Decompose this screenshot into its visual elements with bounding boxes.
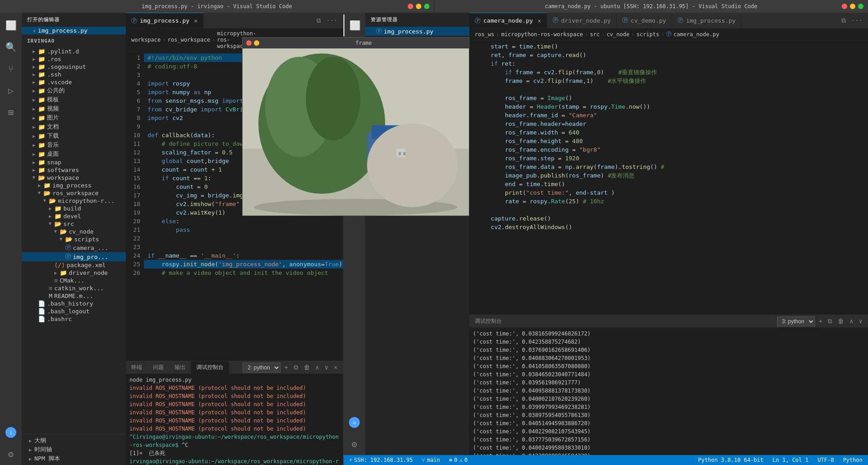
tree-desktop[interactable]: ▶📁 桌面 <box>22 149 126 158</box>
right-tab-camera[interactable]: Ⓟ camera_node.py × <box>469 13 547 29</box>
tree-package-xml[interactable]: ⟨/⟩ package.xml <box>22 261 126 269</box>
tree-driver-node[interactable]: ▶📁 driver_node <box>22 269 126 277</box>
left-terminal-select[interactable]: 2: python <box>243 363 281 373</box>
tree-ssh[interactable]: ▶📁 .ssh <box>22 71 126 78</box>
tree-bash-logout[interactable]: 📄 .bash_logout <box>22 307 126 315</box>
left-term-split-btn[interactable]: ⧉ <box>292 363 300 373</box>
left-tab-close[interactable]: × <box>194 17 198 24</box>
tree-vscode[interactable]: ▶📁 .vscode <box>22 78 126 86</box>
right-tab-camera-close[interactable]: × <box>538 17 541 24</box>
right-activity-explorer[interactable]: ⬜ <box>343 14 365 36</box>
tree-src[interactable]: ▶📂 src <box>22 220 126 228</box>
rbc-scripts[interactable]: scripts <box>636 31 659 38</box>
left-term-tab-debug[interactable]: 调试控制台 <box>191 361 229 374</box>
right-tab-img-process[interactable]: Ⓟ img_process.py <box>672 13 742 29</box>
activity-explorer[interactable]: ⬜ <box>0 14 22 36</box>
tree-pylint[interactable]: ▶📁 .pylint.d <box>22 48 126 55</box>
tree-snap[interactable]: ▶📁 snap <box>22 158 126 166</box>
left-close-btn[interactable] <box>408 4 413 9</box>
rbc-ros-ws[interactable]: ros_ws <box>475 31 494 38</box>
right-terminal-select[interactable]: 3: python <box>777 316 815 326</box>
bc-ros-workspace[interactable]: ros_workspace <box>167 37 210 43</box>
left-term-add-btn[interactable]: + <box>282 363 290 373</box>
left-min-btn[interactable] <box>416 4 421 9</box>
tree-devel[interactable]: ▶📁 devel <box>22 212 126 220</box>
left-term-trash-btn[interactable]: 🗑 <box>302 363 312 373</box>
right-min-btn[interactable] <box>850 4 855 9</box>
right-term-up-btn[interactable]: ∧ <box>848 316 855 326</box>
left-terminal-content[interactable]: node img_process.py invalid ROS_HOSTNAME… <box>126 374 343 465</box>
activity-extensions[interactable]: ⊞ <box>0 101 22 123</box>
right-split-btn[interactable]: ⧉ <box>839 15 848 26</box>
rs-img-process[interactable]: Ⓟ img_process.py <box>365 27 469 36</box>
bc-workspace[interactable]: workspace <box>131 37 161 43</box>
rbc-cv-node[interactable]: cv_node <box>606 31 630 38</box>
right-terminal-content[interactable]: ('cost time:', 0.038165099246826172) ('c… <box>469 328 868 455</box>
tree-cv-node[interactable]: ▶📂 cv_node <box>22 228 126 235</box>
frame-close-btn[interactable] <box>246 40 252 46</box>
tree-ros[interactable]: ▶📁 .ros <box>22 55 126 63</box>
right-max-btn[interactable] <box>858 4 863 9</box>
tree-docs[interactable]: ▶📁 文档 <box>22 122 126 131</box>
right-activity-account[interactable]: u <box>343 412 365 433</box>
right-term-down-btn[interactable]: ∨ <box>857 316 864 326</box>
activity-search[interactable]: 🔍 <box>0 36 22 58</box>
right-status-encoding[interactable]: UTF-8 <box>816 457 836 463</box>
tree-softwares[interactable]: ▶📁 softwares <box>22 166 126 174</box>
tree-template[interactable]: ▶📁 模板 <box>22 95 126 104</box>
sidebar-open-file-img-process[interactable]: ✦ img_process.py <box>22 27 126 34</box>
sidebar-timeline[interactable]: ▶ 时间轴 <box>22 445 126 454</box>
left-term-tab-output[interactable]: 输出 <box>169 361 191 374</box>
tree-micropython[interactable]: ▶📂 micropython-r... <box>22 197 126 205</box>
tree-camera-py[interactable]: Ⓟ camera_... <box>22 243 126 252</box>
tree-sogou[interactable]: ▶📁 .sogouinput <box>22 63 126 71</box>
right-status-branch[interactable]: ⑂ main <box>420 457 442 463</box>
right-status-ssh[interactable]: ⚡ SSH: 192.168.31.95 <box>347 457 415 463</box>
right-status-errors[interactable]: ⊗ 0 ⚠ 0 <box>447 457 469 463</box>
sidebar-outline[interactable]: ▶ 大纲 <box>22 436 126 445</box>
tree-bashrc[interactable]: 📄 .bashrc <box>22 315 126 323</box>
tree-build[interactable]: ▶📁 build <box>22 205 126 212</box>
left-term-down-btn[interactable]: ∨ <box>323 363 330 373</box>
tree-downloads[interactable]: ▶📁 下载 <box>22 131 126 140</box>
left-term-close-btn[interactable]: × <box>332 363 339 373</box>
right-code-content[interactable]: start = time.time() ret, frame = capture… <box>469 40 868 315</box>
right-status-lang[interactable]: Python <box>841 457 864 463</box>
left-max-btn[interactable] <box>424 4 429 9</box>
tree-bash-history[interactable]: 📄 .bash_history <box>22 300 126 307</box>
right-term-add-btn[interactable]: + <box>817 316 824 326</box>
tree-public[interactable]: ▶📁 公共的 <box>22 86 126 95</box>
tree-cmake[interactable]: ≡ CMak... <box>22 277 126 284</box>
rbc-src[interactable]: src <box>590 31 600 38</box>
tree-music[interactable]: ▶📁 音乐 <box>22 140 126 149</box>
tree-img-process-folder[interactable]: ▶📁 img_process <box>22 182 126 189</box>
right-status-line-col[interactable]: Ln 1, Col 1 <box>771 457 810 463</box>
rbc-micropython[interactable]: micropython-ros-workspace <box>501 31 583 38</box>
activity-settings[interactable]: ⚙ <box>0 443 22 465</box>
right-status-python[interactable]: Python 3.8.10 64-bit <box>696 457 766 463</box>
activity-run[interactable]: ▷ <box>0 80 22 101</box>
left-term-up-btn[interactable]: ∧ <box>314 363 321 373</box>
right-term-split-btn[interactable]: ⧉ <box>826 316 834 326</box>
activity-account[interactable]: i <box>0 422 22 443</box>
tree-video[interactable]: ▶📁 视频 <box>22 104 126 113</box>
right-more-btn[interactable]: ··· <box>849 15 864 26</box>
activity-git[interactable]: ⑂ <box>0 58 22 80</box>
tree-workspace[interactable]: ▶📂 workspace <box>22 174 126 182</box>
more-actions-btn[interactable]: ··· <box>324 15 339 26</box>
right-close-btn[interactable] <box>842 4 847 9</box>
sidebar-npm[interactable]: ▶ NPM 脚本 <box>22 454 126 463</box>
right-term-trash-btn[interactable]: 🗑 <box>836 316 846 326</box>
right-tab-driver[interactable]: Ⓟ driver_node.py <box>547 13 617 29</box>
tree-img-process-py[interactable]: Ⓟ img_pro... <box>22 252 126 261</box>
left-term-tab-problems[interactable]: 问题 <box>148 361 169 374</box>
frame-min-btn[interactable] <box>254 40 259 46</box>
tree-ros-workspace[interactable]: ▶📂 ros_workspace <box>22 189 126 197</box>
split-editor-btn[interactable]: ⧉ <box>315 15 323 26</box>
rbc-file[interactable]: camera_node.py <box>673 31 719 38</box>
right-term-tab-terminal[interactable]: 调试控制台 <box>469 315 507 328</box>
tree-readme[interactable]: M README.m... <box>22 292 126 300</box>
tree-catkin[interactable]: ≡ catkin_work... <box>22 284 126 292</box>
tree-scripts[interactable]: ▶📂 scripts <box>22 235 126 243</box>
tree-pictures[interactable]: ▶📁 图片 <box>22 113 126 122</box>
